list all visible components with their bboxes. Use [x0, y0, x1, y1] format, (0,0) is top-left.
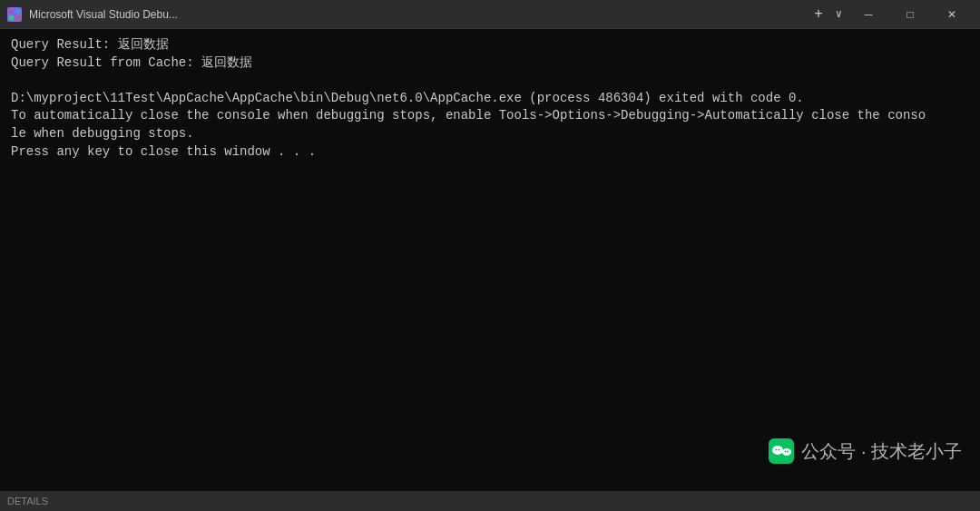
wechat-icon: [769, 438, 794, 464]
console-line-3: [11, 72, 969, 90]
status-bar: DETAILS: [0, 491, 980, 511]
console-line-7: Press any key to close this window . . .: [11, 143, 969, 162]
svg-point-5: [772, 446, 783, 455]
svg-rect-1: [15, 9, 20, 14]
svg-point-8: [779, 449, 780, 451]
console-output: Query Result: 返回数据 Query Result from Cac…: [0, 29, 980, 491]
window-title: Microsoft Visual Studio Debu...: [29, 8, 799, 21]
svg-point-6: [782, 448, 791, 456]
console-line-4: D:\myproject\11Test\AppCache\AppCache\bi…: [11, 90, 969, 108]
svg-rect-0: [9, 9, 14, 14]
add-tab-button[interactable]: +: [807, 0, 830, 29]
app-window: Microsoft Visual Studio Debu... + ∨ ─ □ …: [0, 0, 980, 511]
app-icon: [7, 7, 22, 22]
maximize-button[interactable]: □: [889, 0, 931, 29]
tab-dropdown-button[interactable]: ∨: [830, 0, 848, 29]
svg-rect-3: [15, 15, 20, 20]
window-controls: ─ □ ✕: [848, 0, 973, 29]
close-button[interactable]: ✕: [931, 0, 973, 29]
svg-point-9: [785, 451, 787, 453]
svg-point-10: [787, 451, 789, 453]
titlebar: Microsoft Visual Studio Debu... + ∨ ─ □ …: [0, 0, 980, 29]
watermark-text: 公众号 · 技术老小子: [801, 438, 962, 464]
watermark: 公众号 · 技术老小子: [769, 438, 962, 464]
titlebar-tabs: + ∨: [807, 0, 848, 29]
console-line-2: Query Result from Cache: 返回数据: [11, 54, 969, 73]
svg-rect-2: [9, 15, 14, 20]
console-line-6: le when debugging stops.: [11, 125, 969, 143]
minimize-button[interactable]: ─: [848, 0, 889, 29]
console-line-5: To automatically close the console when …: [11, 107, 969, 125]
svg-point-7: [776, 449, 778, 451]
status-bar-text: DETAILS: [7, 496, 48, 506]
console-line-1: Query Result: 返回数据: [11, 36, 969, 54]
